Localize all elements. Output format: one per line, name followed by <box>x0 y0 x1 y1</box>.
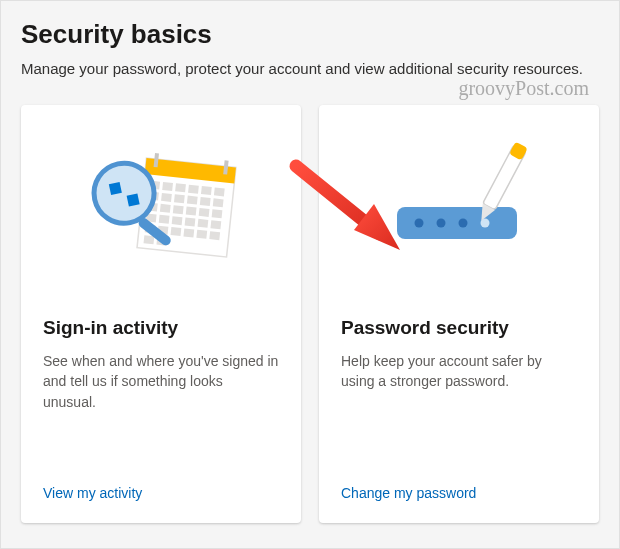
svg-rect-9 <box>214 187 225 196</box>
svg-rect-34 <box>144 235 155 244</box>
svg-rect-6 <box>175 183 186 192</box>
svg-rect-30 <box>171 227 182 236</box>
svg-rect-12 <box>174 194 185 203</box>
watermark-text: groovyPost.com <box>458 77 589 100</box>
card-title-password: Password security <box>341 317 577 339</box>
svg-rect-8 <box>201 186 212 195</box>
svg-rect-18 <box>173 205 184 214</box>
svg-point-42 <box>437 219 446 228</box>
signin-activity-illustration <box>43 127 279 287</box>
svg-rect-26 <box>198 219 209 228</box>
calendar-magnifier-icon <box>71 132 251 282</box>
svg-rect-37 <box>109 182 122 195</box>
svg-rect-19 <box>186 207 197 216</box>
svg-rect-11 <box>161 193 172 202</box>
svg-rect-17 <box>160 204 171 213</box>
svg-point-41 <box>415 219 424 228</box>
svg-rect-31 <box>183 228 194 237</box>
password-security-illustration <box>341 127 577 287</box>
view-activity-link[interactable]: View my activity <box>43 485 279 501</box>
svg-rect-23 <box>159 215 170 224</box>
card-desc-password: Help keep your account safer by using a … <box>341 351 577 485</box>
svg-rect-32 <box>196 230 207 239</box>
svg-rect-33 <box>209 231 220 240</box>
svg-rect-13 <box>187 196 198 205</box>
card-signin-activity[interactable]: Sign-in activity See when and where you'… <box>21 105 301 523</box>
card-password-security[interactable]: Password security Help keep your account… <box>319 105 599 523</box>
svg-rect-7 <box>188 185 199 194</box>
svg-point-43 <box>459 219 468 228</box>
svg-rect-27 <box>210 220 221 229</box>
svg-rect-38 <box>127 193 140 206</box>
page-subtitle: Manage your password, protect your accou… <box>21 60 599 77</box>
change-password-link[interactable]: Change my password <box>341 485 577 501</box>
page-title: Security basics <box>21 19 599 50</box>
card-title-signin: Sign-in activity <box>43 317 279 339</box>
svg-rect-20 <box>199 208 210 217</box>
svg-rect-15 <box>213 198 224 207</box>
svg-rect-24 <box>172 216 183 225</box>
svg-rect-25 <box>185 217 196 226</box>
card-desc-signin: See when and where you've signed in and … <box>43 351 279 485</box>
password-pen-icon <box>369 132 549 282</box>
svg-rect-21 <box>212 209 223 218</box>
svg-rect-14 <box>200 197 211 206</box>
cards-container: Sign-in activity See when and where you'… <box>21 105 599 523</box>
svg-rect-5 <box>162 182 173 191</box>
